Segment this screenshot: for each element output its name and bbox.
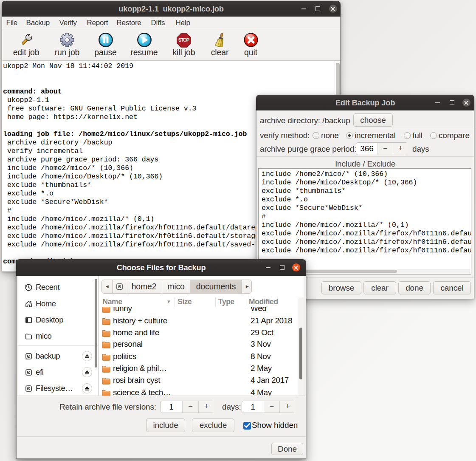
- svg-text:STOP: STOP: [178, 37, 189, 42]
